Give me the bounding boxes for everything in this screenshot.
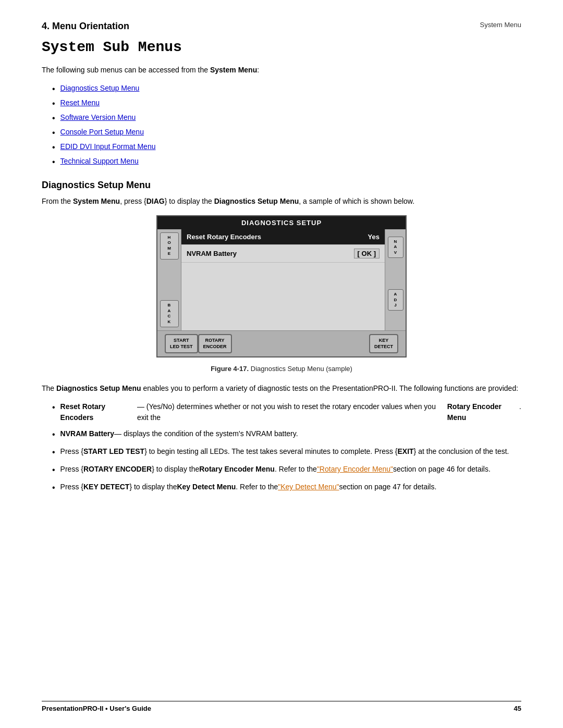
link-software-version-menu[interactable]: Software Version Menu <box>60 112 136 123</box>
start-led-test-button[interactable]: START LED TEST <box>165 334 198 353</box>
rotary-encoder-line1: ROTARY <box>203 338 227 344</box>
top-right-label: System Menu <box>480 21 521 29</box>
start-led-test-line1: START <box>170 338 193 344</box>
link-reset-menu[interactable]: Reset Menu <box>60 97 100 108</box>
diag-bottom-nav: START LED TEST ROTARY ENCODER KEY DETECT <box>157 330 406 356</box>
nav-button[interactable]: N A V <box>388 237 403 258</box>
footer-right: 45 <box>514 705 521 712</box>
feature-start-led-test: Press {START LED TEST} to begin testing … <box>52 446 521 459</box>
figure-caption: Figure 4-17. Diagnostics Setup Menu (sam… <box>42 365 521 373</box>
description-paragraph: The Diagnostics Setup Menu enables you t… <box>42 383 521 394</box>
footer-left: PresentationPRO-II • User's Guide <box>42 705 151 712</box>
page-container: System Menu 4. Menu Orientation System S… <box>0 0 563 536</box>
key-detect-button[interactable]: KEY DETECT <box>369 334 398 353</box>
section-header: 4. Menu Orientation <box>42 21 521 34</box>
adj-button[interactable]: A D J <box>388 289 403 311</box>
diag-row-label-reset: Reset Rotary Encoders <box>187 233 368 241</box>
intro-paragraph: The following sub menus can be accessed … <box>42 65 521 76</box>
list-item-reset: Reset Menu <box>52 97 521 110</box>
diag-row-nvram[interactable]: NVRAM Battery [ OK ] <box>181 245 385 263</box>
link-console-port-menu[interactable]: Console Port Setup Menu <box>60 127 144 138</box>
diag-content-area: H O M E B A C K Reset Rotary Encoders Ye… <box>157 229 406 330</box>
diag-title-bar: DIAGNOSTICS SETUP <box>157 216 406 229</box>
diag-row-value-reset: Yes <box>368 233 380 241</box>
diagnostics-intro: From the System Menu, press {DIAG} to di… <box>42 196 521 207</box>
diag-right-nav: N A V A D J <box>385 229 406 330</box>
diag-row-reset-encoders[interactable]: Reset Rotary Encoders Yes <box>181 229 385 245</box>
start-led-test-line2: LED TEST <box>170 344 193 350</box>
list-item-software: Software Version Menu <box>52 112 521 125</box>
diag-empty-area <box>181 263 385 330</box>
submenu-link-list: Diagnostics Setup Menu Reset Menu Softwa… <box>52 83 521 168</box>
feature-rotary-encoder: Press {ROTARY ENCODER} to display the Ro… <box>52 464 521 476</box>
link-rotary-encoder-menu[interactable]: "Rotary Encoder Menu" <box>317 464 393 475</box>
link-edid-dvi-menu[interactable]: EDID DVI Input Format Menu <box>60 141 156 152</box>
feature-key-detect: Press {KEY DETECT} to display the Key De… <box>52 482 521 494</box>
feature-list: Reset Rotary Encoders — (Yes/No) determi… <box>52 401 521 494</box>
link-diagnostics-setup-menu[interactable]: Diagnostics Setup Menu <box>60 83 140 94</box>
list-item-diagnostics: Diagnostics Setup Menu <box>52 83 521 95</box>
home-button[interactable]: H O M E <box>160 232 179 260</box>
list-item-technical: Technical Support Menu <box>52 156 521 168</box>
rotary-encoder-line2: ENCODER <box>203 344 227 350</box>
feature-nvram-battery: NVRAM Battery — displays the condition o… <box>52 428 521 441</box>
diag-row-value-nvram: [ OK ] <box>354 249 380 258</box>
feature-reset-encoders: Reset Rotary Encoders — (Yes/No) determi… <box>52 401 521 423</box>
link-key-detect-menu[interactable]: "Key Detect Menu" <box>278 482 339 492</box>
page-title: System Sub Menus <box>42 39 521 55</box>
rotary-encoder-button[interactable]: ROTARY ENCODER <box>198 334 232 353</box>
diagnostics-ui-container: DIAGNOSTICS SETUP H O M E B A C K Reset … <box>42 215 521 357</box>
key-detect-line1: KEY <box>374 338 393 344</box>
diag-main: Reset Rotary Encoders Yes NVRAM Battery … <box>181 229 385 330</box>
link-technical-support-menu[interactable]: Technical Support Menu <box>60 156 139 167</box>
list-item-console: Console Port Setup Menu <box>52 127 521 139</box>
figure-label: Figure 4-17. <box>211 365 249 373</box>
diagnostics-subsection-title: Diagnostics Setup Menu <box>42 180 521 191</box>
key-detect-line2: DETECT <box>374 344 393 350</box>
diagnostics-ui-box: DIAGNOSTICS SETUP H O M E B A C K Reset … <box>156 215 407 357</box>
diag-left-nav: H O M E B A C K <box>157 229 181 330</box>
back-button[interactable]: B A C K <box>160 300 179 327</box>
list-item-edid: EDID DVI Input Format Menu <box>52 141 521 154</box>
page-footer: PresentationPRO-II • User's Guide 45 <box>42 701 521 712</box>
diag-row-label-nvram: NVRAM Battery <box>187 250 354 257</box>
figure-desc: Diagnostics Setup Menu (sample) <box>251 365 352 373</box>
